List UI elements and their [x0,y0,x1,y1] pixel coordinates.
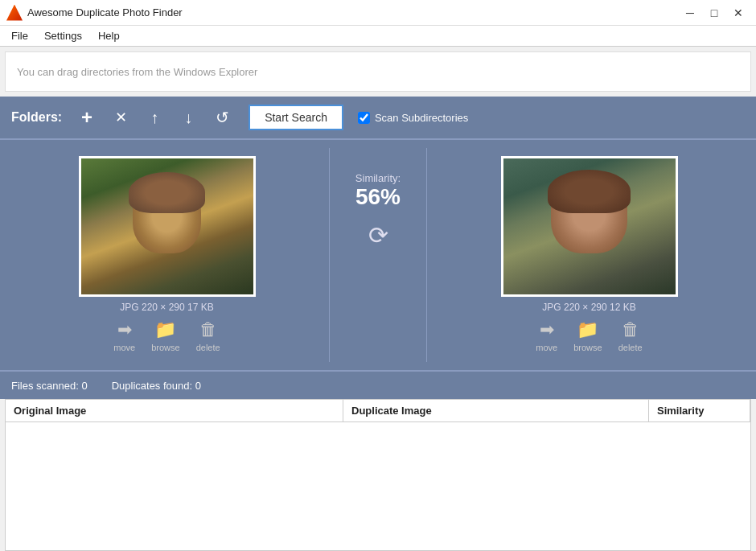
swap-icon: ⟳ [368,221,388,249]
right-browse-button[interactable]: 📁 browse [573,319,602,352]
menu-help[interactable]: Help [90,28,128,43]
left-move-button[interactable]: ➡ move [113,319,135,352]
delete-icon-left: 🗑 [199,319,217,340]
left-image-frame [79,156,256,297]
move-up-button[interactable]: ↑ [141,104,168,131]
browse-icon: 📁 [154,319,176,340]
similarity-label: Similarity: [355,172,401,184]
delete-icon-right: 🗑 [622,319,639,340]
right-image-actions: ➡ move 📁 browse 🗑 delete [536,319,642,352]
left-delete-button[interactable]: 🗑 delete [196,319,220,352]
minimize-button[interactable]: ─ [679,2,701,24]
status-bar: Files scanned: 0 Duplicates found: 0 [0,372,756,399]
files-scanned: Files scanned: 0 [11,380,88,392]
move-down-button[interactable]: ↓ [175,104,202,131]
drop-hint: You can drag directories from the Window… [17,66,257,78]
col-header-duplicate: Duplicate Image [343,400,649,421]
right-delete-button[interactable]: 🗑 delete [618,319,643,352]
right-format: JPG [542,302,561,313]
left-image-info: JPG 220 × 290 17 KB [120,302,213,313]
right-image-info: JPG 220 × 290 12 KB [542,302,635,313]
right-size: 12 KB [610,302,636,313]
center-panel: Similarity: 56% ⟳ [330,148,426,249]
reset-button[interactable]: ↺ [208,104,236,131]
results-area: Original Image Duplicate Image Similarit… [5,399,751,551]
right-move-button[interactable]: ➡ move [536,319,557,352]
menu-bar: File Settings Help [0,26,756,47]
right-dimensions: 220 × 290 [564,302,610,313]
right-painting [503,158,676,294]
right-delete-label: delete [618,343,643,352]
close-button[interactable]: ✕ [727,2,750,24]
start-search-button[interactable]: Start Search [249,105,343,130]
left-move-label: move [113,343,135,352]
toolbar: Folders: + ✕ ↑ ↓ ↺ Start Search Scan Sub… [0,97,756,138]
swap-button[interactable]: ⟳ [368,221,388,249]
left-painting [81,158,253,294]
left-image-actions: ➡ move 📁 browse 🗑 delete [113,319,220,352]
menu-settings[interactable]: Settings [36,28,90,43]
maximize-button[interactable]: □ [703,2,725,24]
similarity-value: 56% [355,184,401,210]
col-header-similarity: Similarity [649,400,750,421]
folders-label: Folders: [11,110,62,125]
comparison-area: JPG 220 × 290 17 KB ➡ move 📁 browse 🗑 de… [0,138,756,372]
add-folder-button[interactable]: + [73,104,101,131]
right-move-label: move [536,343,557,352]
remove-folder-button[interactable]: ✕ [107,104,134,131]
right-image-panel: JPG 220 × 290 12 KB ➡ move 📁 browse 🗑 de… [427,148,751,360]
left-browse-label: browse [151,343,179,352]
left-delete-label: delete [196,343,220,352]
scan-subdirectories-text: Scan Subdirectories [375,112,468,124]
app-title: Awesome Duplicate Photo Finder [27,6,679,19]
right-browse-label: browse [573,343,602,352]
scan-subdirectories-checkbox[interactable] [358,112,370,124]
right-image-frame [501,156,678,297]
app-icon [6,5,23,21]
results-body [6,422,750,487]
main-content: You can drag directories from the Window… [0,47,756,551]
move-right-icon-right: ➡ [540,319,554,340]
duplicates-found: Duplicates found: 0 [112,380,201,392]
left-size: 17 KB [187,302,214,313]
window-controls: ─ □ ✕ [679,2,750,24]
left-browse-button[interactable]: 📁 browse [151,319,179,352]
results-header: Original Image Duplicate Image Similarit… [6,400,750,422]
title-bar: Awesome Duplicate Photo Finder ─ □ ✕ [0,0,756,26]
browse-icon-right: 📁 [577,319,598,340]
col-header-original: Original Image [6,400,343,421]
left-image-panel: JPG 220 × 290 17 KB ➡ move 📁 browse 🗑 de… [5,148,329,360]
move-right-icon: ➡ [117,319,132,340]
left-dimensions: 220 × 290 [142,302,187,313]
left-format: JPG [120,302,138,313]
scan-subdirectories-label[interactable]: Scan Subdirectories [358,112,468,124]
drop-zone[interactable]: You can drag directories from the Window… [5,51,751,92]
menu-file[interactable]: File [3,28,36,43]
